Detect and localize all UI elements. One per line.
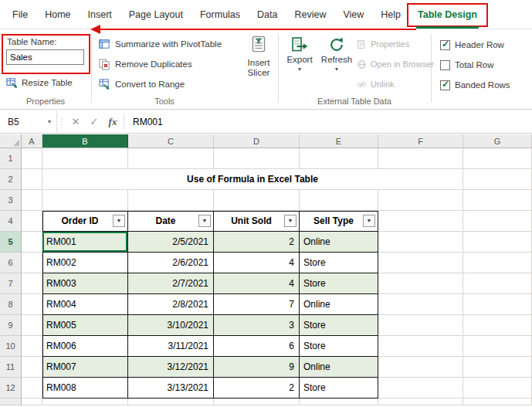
insert-slicer-button[interactable]: Insert Slicer [241,32,276,103]
cell-G8[interactable] [463,294,532,315]
cell-F3[interactable] [378,190,463,211]
tab-help[interactable]: Help [372,0,409,29]
cell-D-partial[interactable] [214,399,300,405]
cell-A4[interactable] [22,211,42,232]
column-header-G[interactable]: G [463,134,532,148]
cell-A8[interactable] [22,294,42,315]
cell-G10[interactable] [463,336,532,357]
tab-page-layout[interactable]: Page Layout [120,0,191,29]
cell-E6[interactable]: Store [300,253,378,273]
row-header-2[interactable]: 2 [0,169,22,190]
cell-F7[interactable] [378,273,463,294]
cell-C6[interactable]: 2/6/2021 [128,253,214,273]
refresh-button[interactable]: Refresh ▾ [319,32,354,105]
cell-F12[interactable] [378,378,463,399]
table-header-date[interactable]: Date▼ [128,211,214,232]
cell-B-partial[interactable] [42,399,128,405]
insert-function-button[interactable]: fx [103,110,122,133]
name-box-chevron-icon[interactable]: ▾ [48,118,51,125]
cell-F9[interactable] [378,315,463,336]
cell-B7[interactable]: RM003 [42,273,128,294]
tab-view[interactable]: View [334,0,372,29]
row-header-8[interactable]: 8 [0,294,22,315]
cell-G7[interactable] [463,273,532,294]
cell-A12[interactable] [22,378,42,399]
table-name-input[interactable] [6,49,84,65]
tab-home[interactable]: Home [36,0,79,29]
cell-B10[interactable]: RM006 [42,336,128,357]
cell-E9[interactable]: Store [300,315,378,336]
cell-D11[interactable]: 9 [214,357,300,378]
name-box[interactable]: B5 ▾ [0,110,57,133]
cell-G4[interactable] [463,211,532,232]
cell-C8[interactable]: 2/8/2021 [128,294,214,315]
cell-C5[interactable]: 2/5/2021 [128,232,214,253]
cell-A11[interactable] [22,357,42,378]
cell-D5[interactable]: 2 [214,232,300,253]
row-header-1[interactable]: 1 [0,148,22,169]
enter-button[interactable]: ✓ [85,110,103,133]
cell-F11[interactable] [378,357,463,378]
filter-dropdown-button-order-id[interactable]: ▼ [113,215,125,227]
cell-B12[interactable]: RM008 [42,378,128,399]
table-header-sell-type[interactable]: Sell Type▼ [300,211,378,232]
resize-table-button[interactable]: Resize Table [4,74,75,91]
cell-B3[interactable] [42,190,128,211]
summarize-with-pivottable-button[interactable]: Summarize with PivotTable [99,36,222,53]
table-header-unit-sold[interactable]: Unit Sold▼ [214,211,300,232]
column-header-A[interactable]: A [22,134,42,148]
cell-D12[interactable]: 2 [214,378,300,399]
remove-duplicates-button[interactable]: Remove Duplicates [99,56,192,73]
tab-file[interactable]: File [4,0,36,29]
cell-F4[interactable] [378,211,463,232]
cell-C1[interactable] [128,148,214,169]
cell-E7[interactable]: Store [300,273,378,294]
cell-F1[interactable] [378,148,463,169]
cell-F6[interactable] [378,253,463,273]
cell-A9[interactable] [22,315,42,336]
convert-to-range-button[interactable]: Convert to Range [99,76,185,93]
cell-E5[interactable]: Online [300,232,378,253]
cell-B1[interactable] [42,148,128,169]
cell-E12[interactable]: Store [300,378,378,399]
cell-G-partial[interactable] [463,399,532,405]
row-header-10[interactable]: 10 [0,336,22,357]
cell-D3[interactable] [214,190,300,211]
cell-B9[interactable]: RM005 [42,315,128,336]
cell-B8[interactable]: RM004 [42,294,128,315]
cell-G5[interactable] [463,232,532,253]
cell-B5[interactable]: RM001 [42,232,128,253]
cell-G2[interactable] [463,169,532,190]
cell-E-partial[interactable] [300,399,378,405]
cell-A5[interactable] [22,232,42,253]
row-header-7[interactable]: 7 [0,273,22,294]
cell-F5[interactable] [378,232,463,253]
tab-review[interactable]: Review [286,0,334,29]
table-header-order-id[interactable]: Order ID▼ [42,211,128,232]
cell-B11[interactable]: RM007 [42,357,128,378]
cell-F-partial[interactable] [378,399,463,405]
cell-E3[interactable] [300,190,378,211]
row-header-6[interactable]: 6 [0,253,22,273]
column-header-C[interactable]: C [128,134,214,148]
cell-E1[interactable] [300,148,378,169]
row-header-12[interactable]: 12 [0,378,22,399]
cell-F10[interactable] [378,336,463,357]
refresh-dropdown-chevron-icon[interactable]: ▾ [335,66,338,73]
cell-C12[interactable]: 3/13/2021 [128,378,214,399]
cell-A3[interactable] [22,190,42,211]
header-row-checkbox[interactable]: Header Row [440,37,504,53]
cell-F8[interactable] [378,294,463,315]
column-header-F[interactable]: F [378,134,463,148]
tab-data[interactable]: Data [249,0,286,29]
cancel-button[interactable]: ✕ [66,110,85,133]
cell-G12[interactable] [463,378,532,399]
row-header-9[interactable]: 9 [0,315,22,336]
cell-C9[interactable]: 3/10/2021 [128,315,214,336]
cell-A7[interactable] [22,273,42,294]
cell-D10[interactable]: 6 [214,336,300,357]
cell-A6[interactable] [22,253,42,273]
cell-G6[interactable] [463,253,532,273]
cell-D7[interactable]: 4 [214,273,300,294]
cell-C10[interactable]: 3/11/2021 [128,336,214,357]
